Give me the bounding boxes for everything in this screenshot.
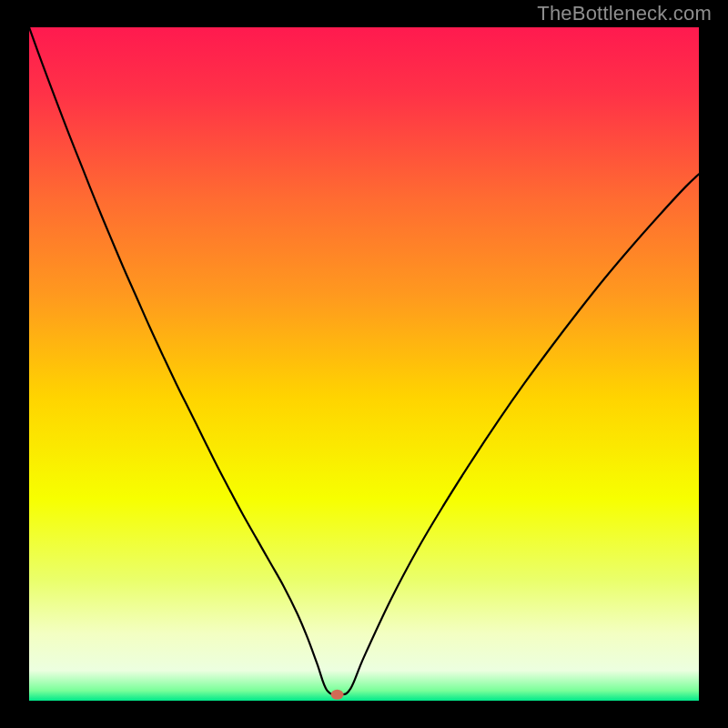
optimal-point-marker (331, 690, 344, 700)
gradient-background (29, 27, 699, 701)
plot-area (29, 27, 699, 701)
watermark-text: TheBottleneck.com (537, 2, 712, 25)
outer-frame: TheBottleneck.com (0, 0, 728, 728)
bottleneck-chart (29, 27, 699, 701)
